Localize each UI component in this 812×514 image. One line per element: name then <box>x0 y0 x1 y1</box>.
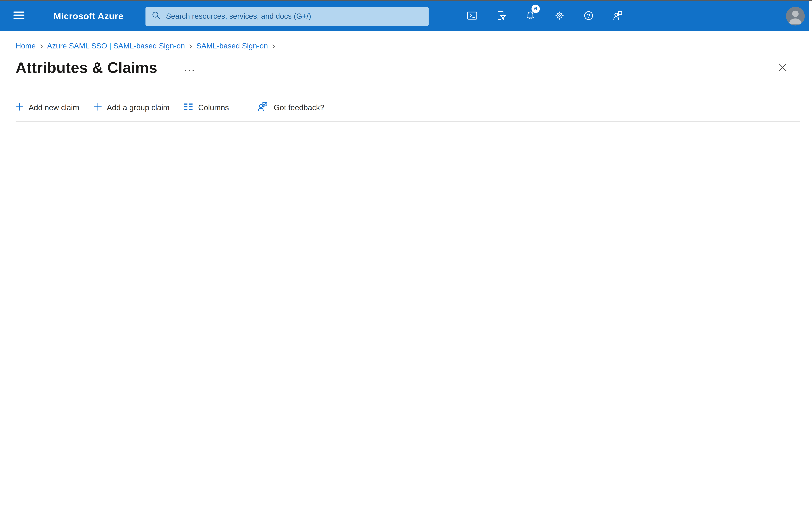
search-icon <box>151 11 165 22</box>
breadcrumb-saml-signon[interactable]: SAML-based Sign-on <box>196 42 268 50</box>
command-bar-divider <box>16 121 800 122</box>
got-feedback-button[interactable]: Got feedback? <box>256 101 324 114</box>
help-button[interactable]: ? <box>574 1 603 31</box>
add-new-claim-label: Add new claim <box>29 103 79 112</box>
scrollbar-track[interactable] <box>809 1 812 31</box>
account-avatar[interactable] <box>786 7 805 26</box>
global-search[interactable] <box>145 6 428 26</box>
close-blade-button[interactable] <box>776 61 789 75</box>
blade-content: Home › Azure SAML SSO | SAML-based Sign-… <box>0 31 812 129</box>
directory-filter-button[interactable] <box>487 1 516 31</box>
notifications-button[interactable]: 6 <box>516 1 545 31</box>
feedback-button[interactable] <box>603 1 632 31</box>
help-icon: ? <box>583 9 594 23</box>
breadcrumb-home[interactable]: Home <box>16 42 36 50</box>
columns-icon <box>184 103 193 112</box>
feedback-icon <box>256 101 268 114</box>
plus-icon <box>16 103 23 112</box>
topbar-icon-group: 6 <box>458 1 632 31</box>
breadcrumb: Home › Azure SAML SSO | SAML-based Sign-… <box>16 42 812 50</box>
breadcrumb-separator: › <box>36 42 47 49</box>
breadcrumb-saml-sso[interactable]: Azure SAML SSO | SAML-based Sign-on <box>47 42 185 50</box>
command-bar: Add new claim Add a group claim <box>16 100 812 114</box>
plus-icon <box>94 103 102 112</box>
got-feedback-label: Got feedback? <box>273 103 324 112</box>
portal-menu-button[interactable] <box>0 1 37 31</box>
blade-header: Attributes & Claims ··· <box>16 59 812 77</box>
brand-logo[interactable]: Microsoft Azure <box>53 11 123 22</box>
add-group-claim-label: Add a group claim <box>107 103 170 112</box>
feedback-icon <box>612 9 623 23</box>
window-top-edge <box>0 0 812 1</box>
breadcrumb-separator: › <box>268 42 279 49</box>
hamburger-icon <box>13 11 24 21</box>
toolbar-divider <box>243 100 244 114</box>
azure-portal-window: Microsoft Azure <box>0 0 812 129</box>
notification-badge: 6 <box>531 5 540 13</box>
cloud-shell-icon <box>467 9 478 23</box>
cloud-shell-button[interactable] <box>458 1 487 31</box>
azure-top-bar: Microsoft Azure <box>0 1 812 31</box>
page-title: Attributes & Claims <box>16 59 157 77</box>
blade-more-button[interactable]: ··· <box>181 65 199 76</box>
svg-text:?: ? <box>587 12 590 19</box>
gear-icon <box>554 9 565 23</box>
columns-label: Columns <box>198 103 229 112</box>
settings-button[interactable] <box>545 1 574 31</box>
close-icon <box>778 65 787 73</box>
add-group-claim-button[interactable]: Add a group claim <box>94 103 170 112</box>
columns-button[interactable]: Columns <box>184 103 229 112</box>
avatar-person-icon <box>786 19 805 25</box>
search-input[interactable] <box>165 11 422 21</box>
breadcrumb-separator: › <box>185 42 196 49</box>
directory-filter-icon <box>496 9 507 23</box>
add-new-claim-button[interactable]: Add new claim <box>16 103 79 112</box>
ellipsis-icon: ··· <box>184 66 196 75</box>
